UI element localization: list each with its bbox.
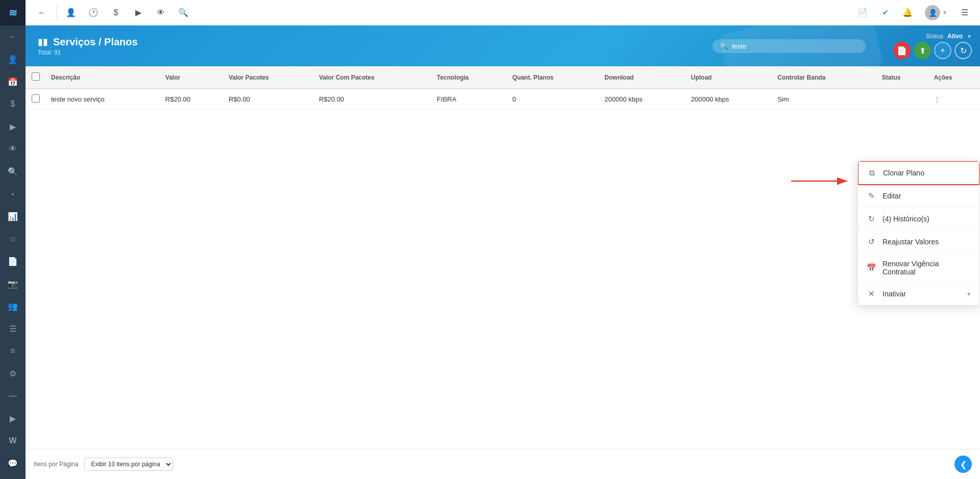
editar-icon: ✎	[866, 191, 876, 201]
col-valor: Valor	[160, 66, 224, 89]
sidebar-item-play[interactable]: ▶	[0, 115, 26, 138]
row-status	[877, 89, 929, 110]
sidebar-item-eye[interactable]: 👁	[0, 138, 26, 160]
pagination-label: Itens por Página	[34, 461, 78, 468]
sidebar-logo[interactable]: ≋	[0, 0, 26, 26]
col-tecnologia: Tecnologia	[432, 66, 507, 89]
status-dropdown-chevron[interactable]: ▼	[967, 34, 972, 39]
renovar-label: Renovar Vigência Contratual	[883, 260, 971, 276]
upload-action-button[interactable]: ⬆	[914, 42, 931, 59]
nav-screen-button[interactable]: ▶	[128, 3, 149, 23]
col-quant-planos: Quant. Planos	[507, 66, 600, 89]
inativar-label: Inativar	[883, 290, 906, 298]
pagination-prev-button[interactable]: ❮	[954, 456, 972, 473]
sidebar-item-w[interactable]: W	[0, 430, 26, 452]
sidebar-item-back[interactable]: ←	[0, 26, 26, 48]
row-quant-planos: 0	[507, 89, 600, 110]
editar-label: Editar	[883, 192, 901, 200]
table-row: teste novo serviço R$20.00 R$0.00 R$20.0…	[26, 89, 980, 110]
sidebar-item-user[interactable]: 👤	[0, 48, 26, 70]
avatar-button[interactable]: 👤 ▼	[921, 3, 951, 22]
sidebar-item-calendar[interactable]: 📅	[0, 70, 26, 93]
sidebar-item-chat[interactable]: 💬	[0, 452, 26, 474]
sidebar-item-search[interactable]: 🔍	[0, 160, 26, 183]
row-valor-com-pacotes: R$20.00	[314, 89, 432, 110]
avatar: 👤	[925, 5, 940, 20]
col-valor-pacotes: Valor Pacotes	[224, 66, 314, 89]
header-icon: ▮▮	[38, 36, 48, 47]
sidebar-item-dash[interactable]: —	[0, 385, 26, 407]
sidebar-item-list2[interactable]: ≡	[0, 340, 26, 362]
bell-button[interactable]: 🔔	[898, 4, 917, 22]
sidebar: ≋ ← 👤 📅 $ ▶ 👁 🔍 ● 📊 ☆ 📄 📷 👥 ☰ ≡ ⚙ — ▶ W …	[0, 0, 26, 479]
menu-button[interactable]: ☰	[955, 4, 974, 22]
dropdown-renovar-vigencia[interactable]: 📅 Renovar Vigência Contratual	[858, 254, 979, 283]
search-input[interactable]	[732, 42, 859, 50]
top-navigation: ← 👤 🕐 $ ▶ 👁 🔍 📄 ✔ 🔔 👤 ▼ ☰	[26, 0, 980, 26]
pagination-select[interactable]: Exibir 10 itens por página Exibir 25 ite…	[84, 458, 173, 471]
dropdown-reajustar-valores[interactable]: ↺ Reajustar Valores	[858, 231, 979, 254]
dropdown-inativar[interactable]: ✕ Inativar ▼	[858, 283, 979, 305]
col-acoes: Ações	[928, 66, 980, 89]
row-valor: R$20.00	[160, 89, 224, 110]
back-button[interactable]: ←	[32, 3, 52, 23]
sidebar-item-video[interactable]: ▶	[0, 407, 26, 430]
services-table: Descrição Valor Valor Pacotes Valor Com …	[26, 66, 980, 110]
sidebar-item-list1[interactable]: ☰	[0, 317, 26, 340]
header-bar: ▮▮ Serviços / Planos Total: 91 🔍 Status …	[26, 26, 980, 66]
pdf-action-button[interactable]: 📄	[893, 42, 911, 59]
sidebar-item-gear[interactable]: ⚙	[0, 362, 26, 385]
table-area: Descrição Valor Valor Pacotes Valor Com …	[26, 66, 980, 449]
historico-label: (4) Histórico(s)	[883, 215, 929, 223]
renovar-icon: 📅	[866, 263, 876, 273]
avatar-chevron: ▼	[942, 10, 947, 15]
table-header-row: Descrição Valor Valor Pacotes Valor Com …	[26, 66, 980, 89]
dropdown-editar[interactable]: ✎ Editar	[858, 185, 979, 208]
col-valor-com-pacotes: Valor Com Pacotes	[314, 66, 432, 89]
col-checkbox	[26, 66, 46, 89]
header-right-actions: Status Ativo ▼ 📄 ⬆ + ↻	[893, 26, 972, 66]
status-row: Status Ativo ▼	[926, 33, 972, 40]
inativar-icon: ✕	[866, 289, 876, 299]
sidebar-item-people[interactable]: 👥	[0, 295, 26, 317]
check-button[interactable]: ✔	[876, 4, 894, 22]
sidebar-item-star[interactable]: ☆	[0, 228, 26, 250]
clonar-icon: ⧉	[867, 168, 877, 178]
main-content: ▮▮ Serviços / Planos Total: 91 🔍 Status …	[26, 26, 980, 479]
col-upload: Upload	[686, 66, 772, 89]
sidebar-item-camera[interactable]: 📷	[0, 272, 26, 295]
nav-payment-button[interactable]: $	[106, 3, 126, 23]
nav-search-button[interactable]: 🔍	[173, 3, 193, 23]
pagination-bar: Itens por Página Exibir 10 itens por pág…	[26, 449, 980, 479]
dropdown-historico[interactable]: ↻ (4) Histórico(s)	[858, 208, 979, 231]
actions-dropdown-menu: ⧉ Clonar Plano ✎ Editar ↻ (4) Histórico(…	[857, 161, 980, 306]
action-icons-row: 📄 ⬆ + ↻	[893, 42, 972, 59]
add-action-button[interactable]: +	[934, 42, 951, 59]
row-descricao: teste novo serviço	[46, 89, 160, 110]
row-checkbox[interactable]	[32, 94, 40, 103]
sidebar-item-dot[interactable]: ●	[0, 183, 26, 205]
status-label: Status	[926, 33, 943, 40]
search-icon: 🔍	[720, 42, 728, 50]
dropdown-clonar-plano[interactable]: ⧉ Clonar Plano	[857, 161, 980, 185]
refresh-action-button[interactable]: ↻	[954, 42, 972, 59]
row-acoes[interactable]: ⋮	[928, 89, 980, 110]
row-tecnologia: FIBRA	[432, 89, 507, 110]
pdf-button[interactable]: 📄	[853, 4, 872, 22]
row-download: 200000 kbps	[599, 89, 685, 110]
sidebar-item-chart[interactable]: 📊	[0, 205, 26, 228]
search-box[interactable]: 🔍	[713, 39, 866, 53]
nav-view-button[interactable]: 👁	[151, 3, 171, 23]
col-descricao: Descrição	[46, 66, 160, 89]
row-controlar-banda: Sim	[772, 89, 877, 110]
inativar-chevron: ▼	[966, 291, 971, 297]
reajustar-icon: ↺	[866, 237, 876, 247]
nav-person-button[interactable]: 👤	[61, 3, 81, 23]
sidebar-item-dollar[interactable]: $	[0, 93, 26, 115]
annotation-arrow	[791, 171, 852, 193]
select-all-checkbox[interactable]	[32, 72, 40, 81]
nav-history-button[interactable]: 🕐	[83, 3, 104, 23]
header-title-row: ▮▮ Serviços / Planos	[38, 36, 138, 48]
sidebar-item-doc[interactable]: 📄	[0, 250, 26, 272]
row-upload: 200000 kbps	[686, 89, 772, 110]
